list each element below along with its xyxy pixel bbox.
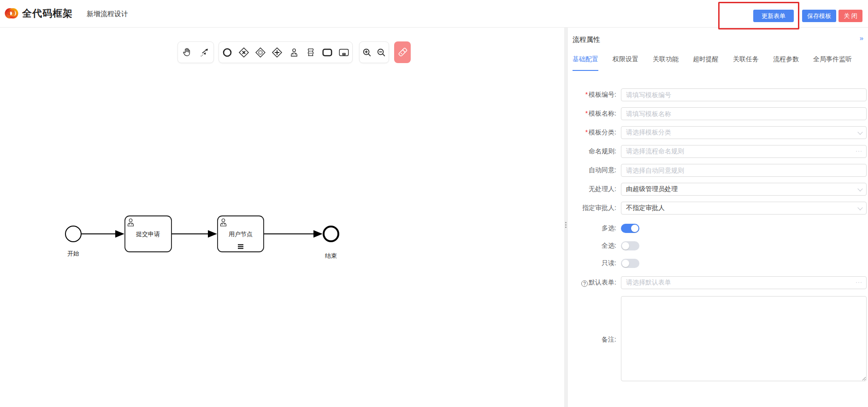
tab-timeout-reminder[interactable]: 超时提醒 xyxy=(693,55,719,71)
save-template-button[interactable]: 保存模板 xyxy=(802,10,836,22)
naming-rule-label: 命名规则: xyxy=(589,147,616,155)
start-event-icon[interactable] xyxy=(220,45,234,60)
start-event-node[interactable] xyxy=(65,226,81,242)
required-mark: * xyxy=(585,110,588,117)
form-row-template-code: *模板编号: xyxy=(568,88,868,101)
template-name-input[interactable] xyxy=(621,107,867,120)
panel-title: 流程属性 xyxy=(573,35,600,44)
panel-tabs: 基础配置 权限设置 关联功能 超时提醒 关联任务 流程参数 全局事件监听 xyxy=(573,55,852,71)
task-node-user[interactable]: 用户节点 xyxy=(218,216,264,252)
clear-canvas-button[interactable] xyxy=(394,41,411,63)
select-all-label: 全选: xyxy=(602,242,616,249)
body: 开始 提交申请 xyxy=(0,28,868,407)
auto-agree-input[interactable] xyxy=(621,164,867,177)
update-form-button[interactable]: 更新表单 xyxy=(753,10,794,22)
script-task-icon[interactable] xyxy=(304,45,318,60)
tab-related-tasks[interactable]: 关联任务 xyxy=(733,55,759,71)
auto-agree-label: 自动同意: xyxy=(589,166,616,174)
read-only-toggle[interactable] xyxy=(621,259,639,268)
page-title: 新增流程设计 xyxy=(87,10,128,18)
form-row-auto-agree: 自动同意: xyxy=(568,164,868,177)
hand-tool-icon[interactable] xyxy=(180,45,194,60)
task2-label: 用户节点 xyxy=(229,231,253,238)
start-event-label: 开始 xyxy=(67,250,79,257)
toolbar-group-tools xyxy=(177,41,214,63)
remark-textarea[interactable] xyxy=(621,296,867,381)
tab-permission-settings[interactable]: 权限设置 xyxy=(613,55,638,71)
tab-related-functions[interactable]: 关联功能 xyxy=(653,55,679,71)
default-form-select[interactable]: 请选择默认表单 xyxy=(621,276,867,289)
form-row-select-all: 全选: xyxy=(568,241,868,250)
brand: 全代码框架 xyxy=(5,6,73,20)
no-handler-label: 无处理人: xyxy=(589,185,616,192)
tab-basic-config[interactable]: 基础配置 xyxy=(573,55,598,71)
bpmn-canvas[interactable]: 开始 提交申请 xyxy=(0,28,564,407)
collapse-panel-icon[interactable]: » xyxy=(860,34,862,42)
template-category-select[interactable]: 请选择模板分类 xyxy=(621,126,867,139)
subprocess-icon[interactable] xyxy=(337,45,351,60)
bpmn-diagram: 开始 提交申请 xyxy=(55,175,415,267)
user-task-icon[interactable] xyxy=(287,45,301,60)
end-event-label: 结束 xyxy=(325,252,337,259)
tab-process-params[interactable]: 流程参数 xyxy=(773,55,799,71)
connect-tool-icon[interactable] xyxy=(198,45,212,60)
naming-rule-select[interactable]: 请选择流程命名规则 xyxy=(621,145,867,158)
select-all-toggle[interactable] xyxy=(621,241,639,250)
help-icon[interactable]: ? xyxy=(581,280,588,287)
form-row-default-form: ?默认表单: 请选择默认表单 ··· xyxy=(568,276,868,289)
form-row-naming-rule: 命名规则: 请选择流程命名规则 ··· xyxy=(568,145,868,158)
no-handler-select[interactable]: 由超级管理员处理 xyxy=(621,183,867,196)
read-only-label: 只读: xyxy=(602,259,616,267)
app-root: 全代码框架 新增流程设计 更新表单 保存模板 关 闭 xyxy=(0,0,868,407)
basic-config-form: *模板编号: *模板名称: *模板分类: 请选择模板分类 xyxy=(568,88,868,389)
zoom-out-icon[interactable] xyxy=(374,45,388,60)
form-row-assigned-approver: 指定审批人: 不指定审批人 xyxy=(568,202,868,215)
zoom-in-icon[interactable] xyxy=(360,45,374,60)
brand-logo-icon xyxy=(5,6,18,20)
end-event-node[interactable] xyxy=(324,227,338,241)
template-category-label: 模板分类: xyxy=(589,128,616,136)
form-row-remark: 备注: xyxy=(568,296,868,383)
template-code-label: 模板编号: xyxy=(589,91,616,98)
form-row-read-only: 只读: xyxy=(568,259,868,268)
form-row-multi-select: 多选: xyxy=(568,224,868,233)
multi-select-label: 多选: xyxy=(602,224,616,232)
form-row-no-handler: 无处理人: 由超级管理员处理 xyxy=(568,183,868,196)
brand-title: 全代码框架 xyxy=(22,7,73,20)
template-code-input[interactable] xyxy=(621,88,867,101)
task1-label: 提交申请 xyxy=(136,231,160,238)
assigned-approver-label: 指定审批人: xyxy=(582,204,616,211)
remark-label: 备注: xyxy=(602,336,616,343)
required-mark: * xyxy=(585,128,588,136)
toolbar-group-shapes xyxy=(218,41,353,63)
task-node-submit[interactable]: 提交申请 xyxy=(125,216,171,252)
toolbar-group-zoom xyxy=(359,41,389,63)
template-name-label: 模板名称: xyxy=(589,110,616,117)
panel-resize-handle[interactable] xyxy=(564,28,568,407)
event-gateway-icon[interactable] xyxy=(254,45,267,60)
form-row-template-name: *模板名称: xyxy=(568,107,868,120)
tab-global-event-listener[interactable]: 全局事件监听 xyxy=(813,55,852,71)
canvas-toolbar xyxy=(177,41,411,63)
multi-select-toggle[interactable] xyxy=(621,224,639,233)
clear-canvas-icon xyxy=(397,47,407,58)
close-button[interactable]: 关 闭 xyxy=(838,10,862,22)
task-icon[interactable] xyxy=(320,45,334,60)
exclusive-gateway-icon[interactable] xyxy=(237,45,251,60)
required-mark: * xyxy=(585,91,588,98)
drag-dots-icon xyxy=(565,221,567,229)
default-form-label: 默认表单: xyxy=(589,279,616,286)
parallel-gateway-icon[interactable] xyxy=(270,45,284,60)
assigned-approver-select[interactable]: 不指定审批人 xyxy=(621,202,867,215)
form-row-template-category: *模板分类: 请选择模板分类 xyxy=(568,126,868,139)
properties-panel: 流程属性 » 基础配置 权限设置 关联功能 超时提醒 关联任务 流程参数 全局事… xyxy=(568,28,868,407)
header: 全代码框架 新增流程设计 更新表单 保存模板 关 闭 xyxy=(0,0,868,28)
